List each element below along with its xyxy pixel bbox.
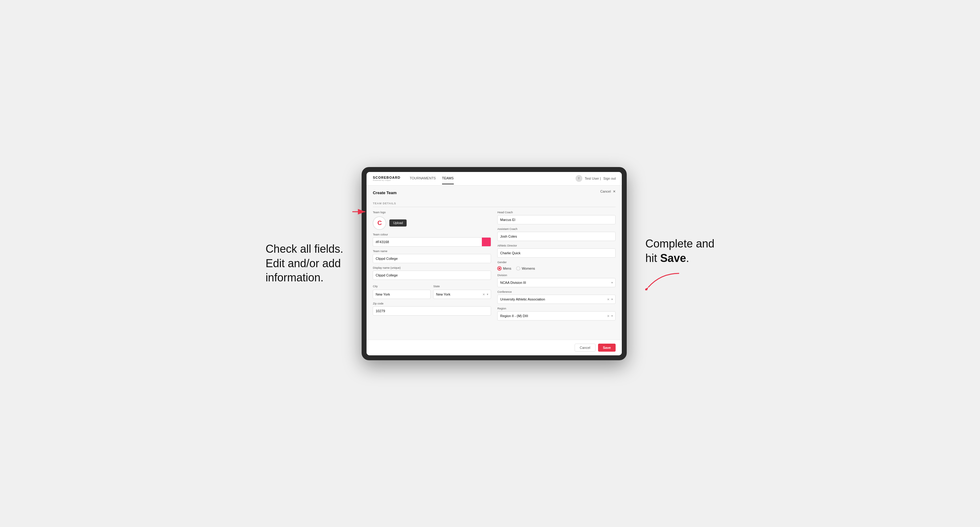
conference-select-wrapper: University Athletic Association ✕ ▼ — [497, 295, 616, 304]
team-name-label: Team name — [373, 250, 491, 253]
gender-label: Gender — [497, 261, 616, 264]
state-label: State — [433, 285, 440, 288]
tablet-frame: SCOREBOARD Powered by clippd TOURNAMENTS… — [362, 167, 627, 360]
region-select[interactable]: Region II - (M) DIII — [497, 311, 616, 321]
cancel-top-button[interactable]: Cancel ✕ — [600, 189, 616, 194]
division-select-wrapper: NCAA Division III ▼ — [497, 278, 616, 287]
conference-label: Conference — [497, 290, 616, 294]
logo-sub: Powered by clippd — [373, 179, 400, 181]
logo-text: SCOREBOARD — [373, 176, 400, 179]
nav-links: TOURNAMENTS TEAMS — [410, 173, 576, 184]
colour-input[interactable] — [373, 237, 482, 246]
womens-radio-dot[interactable] — [516, 266, 520, 271]
tablet-screen: SCOREBOARD Powered by clippd TOURNAMENTS… — [366, 172, 622, 356]
user-label: Test User | — [585, 176, 601, 180]
assistant-coach-label: Assistant Coach — [497, 227, 616, 230]
mens-radio-dot[interactable] — [497, 266, 501, 271]
nav-link-tournaments[interactable]: TOURNAMENTS — [410, 173, 436, 184]
athletic-director-label: Athletic Director — [497, 244, 616, 247]
zip-input[interactable] — [373, 306, 491, 316]
arrow-left — [352, 207, 368, 217]
display-name-label: Display name (unique) — [373, 266, 491, 269]
form-footer: Cancel Save — [366, 340, 622, 356]
division-label: Division — [497, 274, 616, 277]
city-label: City — [373, 285, 378, 288]
arrow-right — [645, 272, 714, 290]
display-name-group: Display name (unique) — [373, 266, 491, 280]
conference-select[interactable]: University Athletic Association — [497, 295, 616, 304]
left-annotation: Check all fields. Edit and/or add inform… — [266, 242, 343, 285]
logo-area: SCOREBOARD Powered by clippd — [373, 176, 400, 181]
gender-mens-option[interactable]: Mens — [497, 266, 511, 271]
colour-swatch[interactable] — [482, 237, 491, 246]
head-coach-group: Head Coach — [497, 211, 616, 224]
team-name-input[interactable] — [373, 254, 491, 263]
cancel-button[interactable]: Cancel — [574, 344, 596, 352]
head-coach-input[interactable] — [497, 215, 616, 224]
sign-out-link[interactable]: Sign out — [603, 176, 616, 180]
user-avatar: T — [576, 175, 582, 182]
region-group: Region Region II - (M) DIII ✕ ▼ — [497, 307, 616, 321]
top-nav: SCOREBOARD Powered by clippd TOURNAMENTS… — [366, 172, 622, 186]
athletic-director-group: Athletic Director — [497, 244, 616, 258]
right-annotation-wrapper: Complete and hit Save. — [645, 237, 714, 290]
mens-label: Mens — [503, 267, 511, 270]
conference-clear-icon[interactable]: ✕ — [607, 297, 609, 301]
logo-circle: C — [373, 216, 386, 230]
gender-radio-group: Mens Womens — [497, 266, 616, 271]
left-column: Team logo C Upload Team colour — [373, 211, 491, 321]
logo-upload-area: C Upload — [373, 216, 491, 230]
city-group: City — [373, 283, 431, 299]
display-name-input[interactable] — [373, 271, 491, 280]
save-button[interactable]: Save — [598, 344, 616, 352]
right-column: Head Coach Assistant Coach Athletic Dire… — [497, 211, 616, 321]
color-input-group — [373, 237, 491, 246]
form-container: Team logo C Upload Team colour — [373, 211, 616, 321]
zip-label: Zip code — [373, 302, 491, 305]
region-select-wrapper: Region II - (M) DIII ✕ ▼ — [497, 311, 616, 321]
head-coach-label: Head Coach — [497, 211, 616, 214]
state-select-wrapper: New York ✕ ▼ — [433, 290, 491, 299]
page-title: Create Team — [373, 190, 396, 195]
city-input[interactable] — [373, 290, 431, 299]
upload-button[interactable]: Upload — [389, 219, 407, 227]
division-group: Division NCAA Division III ▼ — [497, 274, 616, 287]
state-clear-icon[interactable]: ✕ — [482, 292, 485, 296]
team-logo-section: Team logo C Upload — [373, 211, 491, 230]
gender-womens-option[interactable]: Womens — [516, 266, 535, 271]
assistant-coach-group: Assistant Coach — [497, 227, 616, 241]
state-group: State New York ✕ ▼ — [433, 283, 491, 299]
team-colour-group: Team colour — [373, 233, 491, 246]
assistant-coach-input[interactable] — [497, 232, 616, 241]
team-logo-label: Team logo — [373, 211, 491, 214]
region-label: Region — [497, 307, 616, 310]
section-header: TEAM DETAILS — [373, 202, 616, 207]
team-name-group: Team name — [373, 250, 491, 263]
team-colour-label: Team colour — [373, 233, 491, 236]
womens-label: Womens — [522, 267, 535, 270]
nav-right: T Test User | Sign out — [576, 175, 616, 182]
city-state-group: City State New York ✕ — [373, 283, 491, 299]
nav-link-teams[interactable]: TEAMS — [442, 173, 454, 184]
gender-group: Gender Mens Womens — [497, 261, 616, 271]
region-clear-icon[interactable]: ✕ — [607, 314, 609, 317]
city-state-row: City State New York ✕ — [373, 283, 491, 299]
page-content: Create Team Cancel ✕ TEAM DETAILS Team l… — [366, 186, 622, 340]
page-header: Create Team Cancel ✕ — [373, 190, 616, 199]
conference-group: Conference University Athletic Associati… — [497, 290, 616, 304]
zip-group: Zip code — [373, 302, 491, 316]
division-select[interactable]: NCAA Division III — [497, 278, 616, 287]
athletic-director-input[interactable] — [497, 248, 616, 258]
